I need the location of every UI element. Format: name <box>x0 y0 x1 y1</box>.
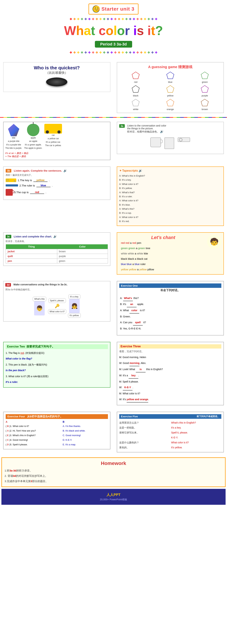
exthree-line-4: W: It's a key. <box>119 373 222 378</box>
exthree-header: Exercise Three <box>119 344 222 348</box>
dialog-line-4: B: Green. <box>120 314 221 319</box>
hw-colored-3: 3 <box>31 480 32 483</box>
blank-whats: What's <box>123 296 133 301</box>
row5: 3d Make conversations using the things i… <box>0 278 227 339</box>
row2: kitea purple kiteIt's a purple kiteThe k… <box>0 118 227 163</box>
en-line-2: It's a key. <box>171 425 221 430</box>
color-label-brown: brown <box>202 108 208 110</box>
svg-marker-7 <box>167 99 174 106</box>
color-green-pen: green <box>57 258 108 263</box>
chant-line-4: black black a black cat <box>121 256 222 262</box>
mc-item-3: ( E )3. What's this in English? <box>6 433 61 438</box>
exfour-content: A ( B )1. What color is it? ( A )2. Hi, … <box>6 420 108 447</box>
3c-col: 3c Listen and complete the chart. 听录音，完成… <box>0 229 114 278</box>
chant-line-5: blue blue a blue ruler <box>121 262 222 267</box>
pentagon-green-icon <box>200 71 209 80</box>
mc-options: A. I'm fine thanks. B. It's black and wh… <box>63 424 108 447</box>
tape-star-icon: ✦ <box>119 169 122 172</box>
homework-title: Homework <box>4 460 223 466</box>
tape-line-7: A: What color is it? <box>119 198 222 202</box>
extwo-answer-1: What color is the flag? <box>6 356 108 361</box>
3b-title: Listen again. Complete the sentences. <box>14 169 62 172</box>
color-label-orange: orange <box>167 108 174 110</box>
dialog-line-1: A: What's this? <box>120 296 221 301</box>
color-brown: brown <box>57 249 108 254</box>
row1: Who is the quickest? （比比谁最快） A guessing … <box>0 59 227 116</box>
exfive-content: 这用英语怎么说？ 这是一把钥匙。 请将它拼写出来。 这是什么颜色的？ 黄色的。 … <box>119 420 222 450</box>
fill-dot-3: . <box>46 191 46 194</box>
guessing-col: A guessing game 猜测游戏 red blue <box>114 59 227 116</box>
3a-col: 3a Listen to the conversation and colort… <box>114 118 227 163</box>
hw-line-1: 1.听3a-3d的听力录音。 <box>4 468 223 473</box>
exthree-subtitle: 看图，完成下列对话。 <box>119 350 222 353</box>
tape-line-4: B: It's yellow. <box>119 186 222 190</box>
row6: Exercise Two 按要求完成下列句子。 1. The flag is r… <box>0 339 227 408</box>
extwo-items: 1. The flag is red. (对划线部分提问) What color… <box>6 350 108 384</box>
3a-book <box>165 138 174 149</box>
speaker-icon-3c <box>53 235 57 238</box>
extwo-item-3: 3. What color is it? (用 a ruler做出回答) <box>6 374 108 379</box>
chant-lines: red red a red pen green green a green tr… <box>119 240 222 272</box>
homework-section: Homework 1.听3a-3d的听力录音。 2. 背诵3d的对话并默写在抄写… <box>1 457 226 487</box>
3c-subtitle: 听录音，完成表格。 <box>6 240 108 243</box>
fill-dot-1: . <box>49 179 50 182</box>
tape-line-2: B: It's a key. <box>119 178 222 182</box>
blank-morning: morning <box>130 360 139 366</box>
option-e: E. It's a map. <box>63 442 108 447</box>
bubble-2: Spell it, please. <box>48 298 66 303</box>
3d-title: Make conversations using the things in 3… <box>13 283 67 286</box>
3b-col: 3b Listen again. Complete the sentences.… <box>0 163 114 229</box>
exfive-subtitle: 将下列句子译成英语。 <box>197 415 220 418</box>
col-header-thing: Thing <box>6 244 57 249</box>
tape-line-1: A: What's this in English? <box>119 174 222 178</box>
shapes-grid: red blue green <box>119 71 222 110</box>
tape-line-8: B: It's blue. <box>119 203 222 207</box>
bubble-6: It's yellow. <box>68 313 81 318</box>
svg-marker-8 <box>201 99 209 106</box>
exfive-en: What's this in English? It's a key. Spel… <box>171 420 221 450</box>
blank-yellow-orange: yellow and orange <box>127 397 148 402</box>
answer-2: Is the pen black? <box>6 369 26 372</box>
exone-subtitle: 补全下列对话。 <box>119 288 222 292</box>
grammar-note: It's a/ an + 颜色 + 物品 = The 物品是 + 颜色 <box>5 152 108 158</box>
dialog-line-6: B: Yes, G-R-E-E-N. <box>120 326 221 332</box>
3c-label: 3c <box>6 235 11 238</box>
shape-purple: purple <box>188 85 222 97</box>
extwo-answer-2: Is the pen black? <box>6 368 108 373</box>
exthree-line-3: M: Look! What is this in English? <box>119 366 222 372</box>
shape-white: white <box>119 98 152 110</box>
fill-item-2: 2.The ruler is blue . <box>6 184 108 187</box>
chant-line-6: yellow yellow a yellow pillow <box>121 267 222 272</box>
fill-answer-2: blue <box>36 184 50 187</box>
table-row: jacket brown <box>6 249 108 254</box>
exthree-col: Exercise Three 看图，完成下列对话。 M: Good mornin… <box>114 339 227 408</box>
tape-line-11: A: What color is it? <box>119 215 222 219</box>
col-a-label: A <box>6 420 61 423</box>
kite-item: kitea purple kiteIt's a purple kiteThe k… <box>5 124 22 150</box>
3d-dialog-figures: What's this 👦 Spell it, please. 🔑 What c… <box>5 293 108 320</box>
answer-3: It's a ruler. <box>6 380 18 384</box>
exercise-five: Exercise Five 将下列句子译成英语。 这用英语怎么说？ 这是一把钥匙… <box>117 412 224 452</box>
pentagon-purple-icon <box>200 85 209 94</box>
thing-quilt: quilt <box>6 254 57 258</box>
pentagon-white-icon <box>131 98 140 107</box>
svg-marker-2 <box>201 72 209 79</box>
exthree-dialog: M: Good morning, Helen W: Good morning, … <box>119 354 222 402</box>
svg-marker-6 <box>132 99 139 106</box>
3a-cup <box>150 138 161 149</box>
fill-text-3: 3.The cup is <box>14 191 29 194</box>
hw-line-3: 3.完成作业中本单元第3部分的题目。 <box>4 478 223 484</box>
exfive-col: Exercise Five 将下列句子译成英语。 这用英语怎么说？ 这是一把钥匙… <box>114 408 227 456</box>
fill-text-1: 1.The key is <box>18 179 32 182</box>
speaker-icon-3b <box>63 169 67 172</box>
option-c: C. Good morning! <box>63 433 108 438</box>
exercise-four: Exercise Four 从B栏中选择适当A栏的句子。 A ( B )1. W… <box>3 412 110 450</box>
mc-item-5: ( D )5. Spell it please. <box>6 442 61 447</box>
extwo-col: Exercise Two 按要求完成下列句子。 1. The flag is r… <box>0 339 114 408</box>
extwo-label: Exercise Two <box>7 345 25 348</box>
tape-line-9: A: What's this? <box>119 207 222 211</box>
shape-yellow: yellow <box>154 85 187 97</box>
en-line-5: What color is it? <box>171 440 221 445</box>
3a-key <box>178 138 190 149</box>
answer-1: What color is the flag? <box>6 357 32 360</box>
